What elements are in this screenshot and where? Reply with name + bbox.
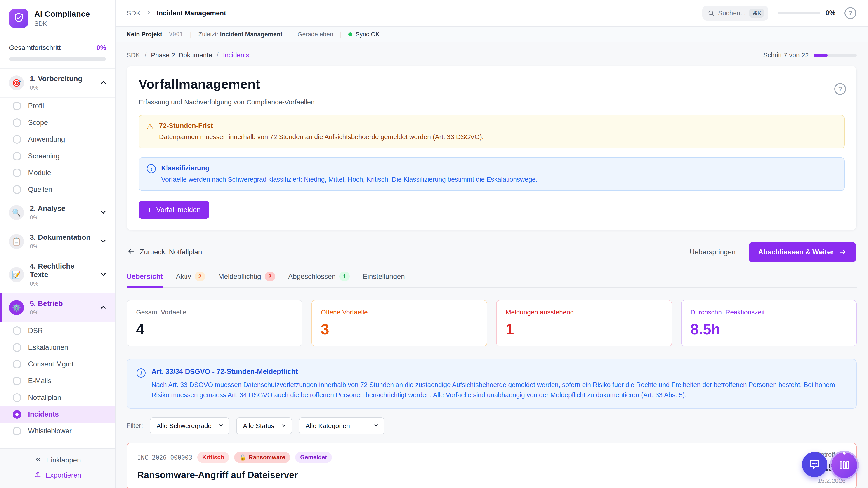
search-input[interactable]: Suchen... ⌘K [702,6,769,21]
breadcrumb-current: Incidents [223,52,249,59]
sidebar-section-dokumentation[interactable]: 📋 3. Dokumentation 0% [0,227,115,256]
sync-status-label: Sync OK [355,31,380,38]
overall-progress-bar [9,57,106,61]
dsgvo-info-box: i Art. 33/34 DSGVO - 72-Stunden-Meldepfl… [127,359,857,409]
stat-offene-vorfaelle: Offene Vorfaelle 3 [311,300,487,346]
step-indicator: Schritt 7 von 22 [763,52,857,59]
chat-fab-button[interactable] [802,452,827,477]
sidebar-item-label: Quellen [28,186,52,194]
sidebar-item-profil[interactable]: Profil [0,98,115,114]
status-circle-icon [13,326,21,335]
sidebar-item-label: E-Mails [28,377,51,385]
stat-label: Meldungen ausstehend [506,308,662,316]
search-icon [708,10,715,17]
tab-badge: 1 [339,271,350,281]
sidebar-item-eskalationen[interactable]: Eskalationen [0,339,115,356]
sidebar-item-label: Consent Mgmt [28,360,74,368]
section-label: 4. Rechtliche Texte [30,262,94,279]
sidebar-item-module[interactable]: Module [0,164,115,181]
content: SDK / Phase 2: Dokumente / Incidents Sch… [116,42,868,488]
tab-einstellungen[interactable]: Einstellungen [363,271,405,287]
sidebar-section-betrieb[interactable]: ⚙️ 5. Betrieb 0% [0,293,115,322]
info-banner: i Klassifizierung Vorfaelle werden nach … [138,158,845,191]
category-label: Ransomware [249,454,285,461]
vorfallmanagement-card: ? Vorfallmanagement Erfassung und Nachve… [127,66,857,230]
status-filter-select[interactable]: Alle Status [236,417,292,434]
export-button[interactable]: Exportieren [34,471,81,480]
breadcrumb-page: Incident Management [157,9,226,17]
stat-label: Durchschn. Reaktionszeit [690,308,847,316]
back-link[interactable]: Zurueck: Notfallplan [127,247,202,257]
sidebar-item-incidents[interactable]: Incidents [0,406,115,423]
content-breadcrumb-row: SDK / Phase 2: Dokumente / Incidents Sch… [127,52,857,59]
law-text: Nach Art. 33 DSGVO muessen Datenschutzve… [151,380,847,400]
sidebar-item-anwendung[interactable]: Anwendung [0,131,115,148]
upload-icon [34,471,41,480]
gear-icon: ⚙️ [9,300,24,315]
tab-abgeschlossen[interactable]: Abgeschlossen 1 [288,271,350,287]
section-label: 5. Betrieb [30,299,94,308]
status-circle-icon [13,377,21,385]
incident-card-ransomware[interactable]: INC-2026-000003 Kritisch 🔒 Ransomware Ge… [127,443,857,488]
section-label: 2. Analyse [30,204,94,213]
section-percent: 0% [30,280,94,287]
notification-dot [843,452,846,455]
sidebar-section-analyse[interactable]: 🔍 2. Analyse 0% [0,198,115,227]
sidebar-item-consent-mgmt[interactable]: Consent Mgmt [0,356,115,372]
collapse-sidebar-button[interactable]: Einklappen [34,455,81,465]
last-updated: Gerade eben [298,31,333,38]
complete-next-button[interactable]: Abschliessen & Weiter [749,242,856,262]
help-button[interactable]: ? [844,7,856,19]
sidebar-item-label: Incidents [28,410,59,418]
report-incident-button[interactable]: + Vorfall melden [138,201,209,219]
tab-label: Aktiv [176,272,191,281]
app-header: AI Compliance SDK [0,0,115,37]
breadcrumb-sdk[interactable]: SDK [127,52,140,59]
sidebar-item-screening[interactable]: Screening [0,148,115,164]
project-name: Kein Projekt [127,31,162,38]
topbar-breadcrumb: SDK Incident Management [127,9,226,17]
stat-value: 1 [506,321,662,338]
sync-ok-dot-icon [348,32,352,36]
chevron-down-icon [99,270,107,279]
sidebar-section-rechtliche-texte[interactable]: 📝 4. Rechtliche Texte 0% [0,256,115,293]
info-icon: i [136,368,146,378]
chevron-up-icon [99,303,107,312]
sidebar-item-label: Eskalationen [28,344,68,352]
sidebar-item-quellen[interactable]: Quellen [0,181,115,198]
sidebar-item-dsr[interactable]: DSR [0,322,115,339]
section-percent: 0% [30,309,94,316]
severity-filter-select[interactable]: Alle Schweregrade [150,417,229,434]
sidebar-item-whistleblower[interactable]: Whistleblower [0,423,115,440]
app-title: AI Compliance [34,9,90,19]
main-area: SDK Incident Management Suchen... ⌘K 0% … [116,0,868,488]
status-circle-icon [13,135,21,144]
category-filter-select[interactable]: Alle Kategorien [299,417,384,434]
section-label: 3. Dokumentation [30,233,94,241]
topbar: SDK Incident Management Suchen... ⌘K 0% … [116,0,868,27]
tab-uebersicht[interactable]: Uebersicht [127,271,163,287]
chevrons-left-icon [34,455,42,465]
sync-status: Sync OK [348,31,380,38]
card-help-button[interactable]: ? [834,83,846,95]
sidebar-nav: 🎯 1. Vorbereitung 0% Profil Scope Anwend… [0,68,115,448]
page-subtitle: Erfassung und Nachverfolgung von Complia… [138,98,845,106]
sidebar-section-vorbereitung[interactable]: 🎯 1. Vorbereitung 0% [0,69,115,98]
sidebar-item-scope[interactable]: Scope [0,114,115,131]
sidebar-item-emails[interactable]: E-Mails [0,372,115,389]
kanban-fab-button[interactable] [831,452,857,478]
breadcrumb-root[interactable]: SDK [127,9,141,17]
tab-aktiv[interactable]: Aktiv 2 [176,271,205,287]
chat-bubble-icon [809,458,821,470]
warning-title: 72-Stunden-Frist [159,122,484,129]
tab-meldepflichtig[interactable]: Meldepflichtig 2 [218,271,275,287]
filter-row: Filter: Alle Schweregrade Alle Status Al… [127,417,857,434]
sidebar-item-notfallplan[interactable]: Notfallplan [0,389,115,406]
chevron-right-icon [146,9,152,17]
skip-button[interactable]: Ueberspringen [683,243,742,261]
app-logo [9,8,29,28]
breadcrumb-phase[interactable]: Phase 2: Dokumente [151,52,212,59]
lock-icon: 🔒 [239,454,246,461]
arrow-left-icon [127,247,135,257]
overall-progress: Gesamtfortschritt 0% [0,37,115,68]
